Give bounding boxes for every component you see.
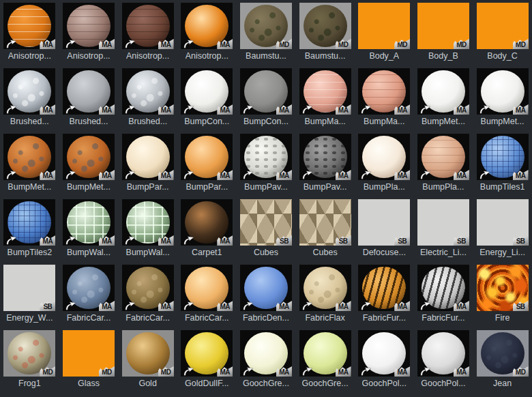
- material-tile[interactable]: MAGoochPol...: [414, 327, 473, 393]
- material-tile[interactable]: MAAnisotrop...: [59, 0, 119, 65]
- material-thumbnail[interactable]: MA: [63, 68, 115, 115]
- material-tile[interactable]: MAFabricFur...: [355, 262, 414, 327]
- material-thumbnail[interactable]: SB: [477, 265, 529, 311]
- material-thumbnail[interactable]: MD: [3, 330, 55, 377]
- material-tile[interactable]: MABrushed...: [59, 65, 119, 131]
- material-tile[interactable]: MAFabricCar...: [177, 262, 237, 327]
- material-tile[interactable]: MABumpPla...: [414, 131, 473, 196]
- material-tile[interactable]: SBEnergy_W...: [0, 262, 59, 327]
- material-tile[interactable]: MABumpCon...: [237, 65, 296, 131]
- material-thumbnail[interactable]: MA: [358, 330, 410, 377]
- material-thumbnail[interactable]: MA: [299, 134, 351, 180]
- material-tile[interactable]: MAFabricFlax: [295, 262, 355, 327]
- material-tile[interactable]: MACarpet1: [177, 196, 237, 262]
- material-tile[interactable]: MABumpCon...: [177, 65, 237, 131]
- material-thumbnail[interactable]: MA: [181, 3, 233, 49]
- material-thumbnail[interactable]: MA: [299, 330, 351, 377]
- material-thumbnail[interactable]: MD: [63, 330, 115, 377]
- material-thumbnail[interactable]: MA: [63, 3, 115, 49]
- material-tile[interactable]: SBElectric_Li...: [414, 196, 473, 262]
- material-thumbnail[interactable]: MA: [240, 265, 292, 311]
- material-tile[interactable]: MAFabricFur...: [414, 262, 473, 327]
- material-tile[interactable]: MDBody_C: [473, 0, 532, 65]
- material-tile[interactable]: MABumpPav...: [295, 131, 355, 196]
- material-tile[interactable]: MDBody_A: [355, 0, 414, 65]
- material-tile[interactable]: SBCubes: [295, 196, 355, 262]
- material-thumbnail[interactable]: MA: [299, 265, 351, 311]
- material-thumbnail[interactable]: MD: [358, 3, 410, 49]
- material-tile[interactable]: MABumpPla...: [355, 131, 414, 196]
- material-tile[interactable]: MDFrog1: [0, 327, 59, 393]
- material-thumbnail[interactable]: MA: [181, 68, 233, 115]
- material-tile[interactable]: MAGoochGre...: [295, 327, 355, 393]
- material-thumbnail[interactable]: MA: [3, 134, 55, 180]
- material-tile[interactable]: MABumpMet...: [473, 65, 532, 131]
- material-thumbnail[interactable]: SB: [417, 199, 469, 246]
- material-tile[interactable]: MABrushed...: [0, 65, 59, 131]
- material-tile[interactable]: MABumpMet...: [59, 131, 119, 196]
- material-tile[interactable]: MABumpMet...: [414, 65, 473, 131]
- material-tile[interactable]: MAFabricCar...: [118, 262, 177, 327]
- material-thumbnail[interactable]: MA: [3, 3, 55, 49]
- material-thumbnail[interactable]: MA: [181, 265, 233, 311]
- material-tile[interactable]: MAAnisotrop...: [118, 0, 177, 65]
- material-thumbnail[interactable]: MA: [240, 68, 292, 115]
- material-tile[interactable]: SBCubes: [237, 196, 296, 262]
- material-thumbnail[interactable]: MA: [63, 265, 115, 311]
- material-thumbnail[interactable]: MA: [417, 134, 469, 180]
- material-tile[interactable]: MAAnisotrop...: [0, 0, 59, 65]
- material-thumbnail[interactable]: SB: [358, 199, 410, 246]
- material-thumbnail[interactable]: MA: [358, 68, 410, 115]
- material-tile[interactable]: MAGoochPol...: [355, 327, 414, 393]
- material-tile[interactable]: SBEnergy_Li...: [473, 196, 532, 262]
- material-tile[interactable]: MDBaumstu...: [237, 0, 296, 65]
- material-tile[interactable]: MAFabricDen...: [237, 262, 296, 327]
- material-thumbnail[interactable]: SB: [299, 199, 351, 246]
- material-thumbnail[interactable]: MA: [417, 330, 469, 377]
- material-thumbnail[interactable]: MD: [299, 3, 351, 49]
- material-tile[interactable]: MAAnisotrop...: [177, 0, 237, 65]
- material-tile[interactable]: MAFabricCar...: [59, 262, 119, 327]
- material-thumbnail[interactable]: MA: [477, 134, 529, 180]
- material-thumbnail[interactable]: MA: [181, 330, 233, 377]
- material-thumbnail[interactable]: MA: [63, 199, 115, 246]
- material-thumbnail[interactable]: MA: [299, 68, 351, 115]
- material-thumbnail[interactable]: MA: [122, 134, 174, 180]
- material-thumbnail[interactable]: MD: [122, 330, 174, 377]
- material-thumbnail[interactable]: MA: [3, 199, 55, 246]
- material-tile[interactable]: MABrushed...: [118, 65, 177, 131]
- material-tile[interactable]: MDBaumstu...: [295, 0, 355, 65]
- material-tile[interactable]: MDGlass: [59, 327, 119, 393]
- material-thumbnail[interactable]: MA: [477, 68, 529, 115]
- material-tile[interactable]: MAGoochGre...: [237, 327, 296, 393]
- material-tile[interactable]: SBFire: [473, 262, 532, 327]
- material-thumbnail[interactable]: MA: [417, 68, 469, 115]
- material-tile[interactable]: MDBody_B: [414, 0, 473, 65]
- material-thumbnail[interactable]: MA: [358, 134, 410, 180]
- material-tile[interactable]: MABumpWal...: [118, 196, 177, 262]
- material-tile[interactable]: MABumpWal...: [59, 196, 119, 262]
- material-thumbnail[interactable]: MA: [240, 330, 292, 377]
- material-thumbnail[interactable]: MA: [122, 68, 174, 115]
- material-tile[interactable]: MDGold: [118, 327, 177, 393]
- material-thumbnail[interactable]: MA: [240, 134, 292, 180]
- material-thumbnail[interactable]: SB: [477, 199, 529, 246]
- material-thumbnail[interactable]: MA: [122, 199, 174, 246]
- material-thumbnail[interactable]: MD: [417, 3, 469, 49]
- material-thumbnail[interactable]: MA: [122, 265, 174, 311]
- material-tile[interactable]: MABumpPar...: [177, 131, 237, 196]
- material-thumbnail[interactable]: MA: [3, 68, 55, 115]
- material-tile[interactable]: MDJean: [473, 327, 532, 393]
- material-thumbnail[interactable]: MD: [477, 3, 529, 49]
- material-tile[interactable]: MABumpMet...: [0, 131, 59, 196]
- material-thumbnail[interactable]: MA: [181, 199, 233, 246]
- material-tile[interactable]: MAGoldDullF...: [177, 327, 237, 393]
- material-thumbnail[interactable]: MA: [181, 134, 233, 180]
- material-thumbnail[interactable]: MA: [122, 3, 174, 49]
- material-thumbnail[interactable]: MD: [477, 330, 529, 377]
- material-thumbnail[interactable]: MD: [240, 3, 292, 49]
- material-tile[interactable]: MABumpPav...: [237, 131, 296, 196]
- material-tile[interactable]: MABumpTiles1: [473, 131, 532, 196]
- material-thumbnail[interactable]: SB: [3, 265, 55, 311]
- material-thumbnail[interactable]: MA: [63, 134, 115, 180]
